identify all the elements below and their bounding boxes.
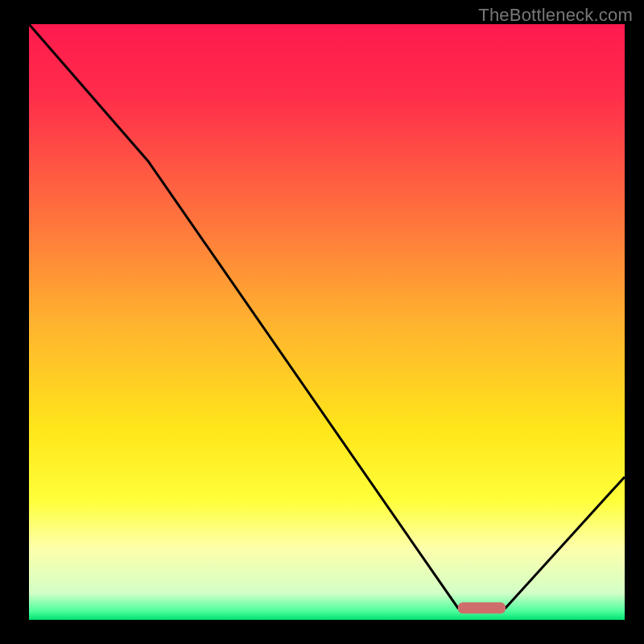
- chart-svg: [0, 0, 644, 644]
- plot-area: [29, 24, 625, 620]
- bottleneck-chart: TheBottleneck.com: [0, 0, 644, 644]
- optimal-range-marker: [458, 602, 506, 613]
- watermark-text: TheBottleneck.com: [478, 5, 633, 26]
